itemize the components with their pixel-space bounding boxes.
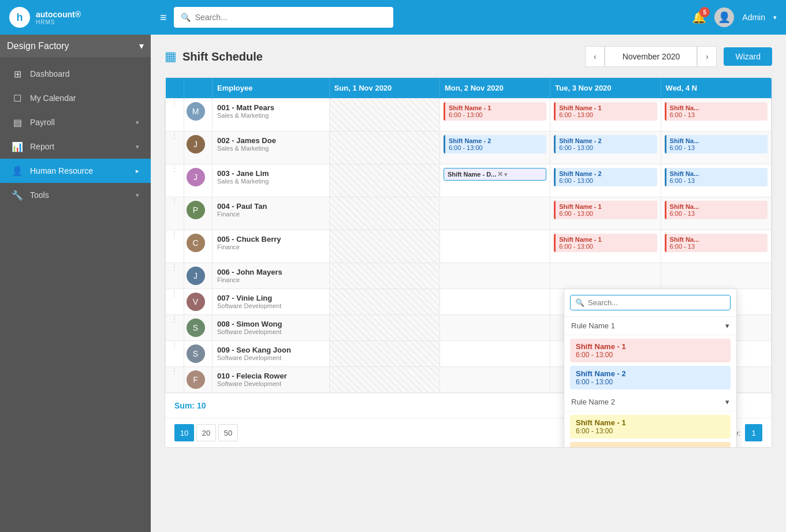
shift-cell-mon[interactable] <box>439 367 550 393</box>
shift-cell-sun[interactable] <box>329 341 439 367</box>
rule-1-header[interactable]: Rule Name 1 ▾ <box>564 317 736 335</box>
shift-block[interactable]: Shift Name - 16:00 - 13:00 <box>554 102 657 121</box>
shift-block[interactable]: Shift Na...6:00 - 13 <box>665 135 768 153</box>
employee-dept: Sales & Marketing <box>217 178 325 185</box>
shift-block[interactable]: Shift Name - 26:00 - 13:00 <box>444 135 546 153</box>
shift-cell-mon[interactable] <box>439 289 550 315</box>
sidebar-item-hr[interactable]: 👤 Human Resource ▸ <box>0 159 151 183</box>
shift-cell-sun[interactable] <box>329 315 439 341</box>
shift-option-rule1-shift1[interactable]: Shift Name - 1 6:00 - 13:00 <box>570 339 731 362</box>
drag-handle[interactable]: ⋮ <box>166 289 184 315</box>
shift-cell-mon[interactable] <box>439 230 550 263</box>
shift-block[interactable]: Shift Name - 26:00 - 13:00 <box>554 168 657 186</box>
drag-handle[interactable]: ⋮ <box>166 197 184 230</box>
shift-block[interactable]: Shift Na...6:00 - 13 <box>665 234 768 252</box>
shift-cell-tue[interactable]: Shift Name - 26:00 - 13:00 <box>550 164 661 197</box>
rule-2-header[interactable]: Rule Name 2 ▾ <box>564 393 736 411</box>
menu-hamburger-icon[interactable]: ≡ <box>160 11 167 24</box>
search-box[interactable]: 🔍 <box>174 7 393 28</box>
sidebar-item-calendar[interactable]: ☐ My Calendar <box>0 86 151 110</box>
shift-cell-mon[interactable] <box>439 341 550 367</box>
popup-search-box[interactable]: 🔍 <box>570 295 731 310</box>
page-number-button[interactable]: 1 <box>745 424 762 441</box>
shift-cell-sun[interactable] <box>329 230 439 263</box>
sidebar-item-label: Tools <box>30 190 129 200</box>
dashboard-icon: ⊞ <box>12 68 23 80</box>
logo-letter: h <box>17 12 23 24</box>
shift-dropdown-arrow[interactable]: ▾ <box>504 171 507 178</box>
shift-editing-name: Shift Name - D... <box>448 171 496 178</box>
drag-handle[interactable]: ⋮ <box>166 132 184 164</box>
drag-handle[interactable]: ⋮ <box>166 230 184 263</box>
shift-cell-sun[interactable] <box>329 164 439 197</box>
popup-search-input[interactable] <box>588 298 725 307</box>
shift-time: 6:00 - 13 <box>670 177 764 184</box>
wizard-button[interactable]: Wizard <box>724 47 772 66</box>
drag-handle[interactable]: ⋮ <box>166 164 184 197</box>
drag-handle[interactable]: ⋮ <box>166 367 184 393</box>
sidebar-item-dashboard[interactable]: ⊞ Dashboard <box>0 62 151 86</box>
drag-handle[interactable]: ⋮ <box>166 315 184 341</box>
shift-cell-tue[interactable]: Shift Name - 26:00 - 13:00 <box>550 132 661 164</box>
shift-cell-tue[interactable]: Shift Name - 16:00 - 13:00 <box>550 99 661 132</box>
shift-block[interactable]: Shift Name - 16:00 - 13:00 <box>554 234 657 252</box>
avatar: S <box>187 344 205 363</box>
shift-editing-block[interactable]: Shift Name - D... ✕ ▾ <box>444 168 546 181</box>
shift-cell-tue[interactable] <box>550 263 661 289</box>
shift-cell-sun[interactable] <box>329 99 439 132</box>
company-selector[interactable]: Design Factory ▾ <box>0 35 151 57</box>
shift-cell-sun[interactable] <box>329 132 439 164</box>
shift-block[interactable]: Shift Name - 16:00 - 13:00 <box>444 102 546 121</box>
next-month-button[interactable]: › <box>697 46 717 67</box>
shift-cell-mon[interactable] <box>439 197 550 230</box>
shift-cell-sun[interactable] <box>329 289 439 315</box>
shift-block[interactable]: Shift Na...6:00 - 13 <box>665 102 768 121</box>
popup-search-area: 🔍 <box>564 289 736 317</box>
drag-handle[interactable]: ⋮ <box>166 99 184 132</box>
page-size-20[interactable]: 20 <box>196 424 216 441</box>
sidebar-item-report[interactable]: 📊 Report ▾ <box>0 134 151 159</box>
shift-option-rule2-shift2[interactable]: Shift Name - 2 6:00 - 13:00 <box>570 442 731 448</box>
shift-cell-sun[interactable] <box>329 263 439 289</box>
shift-time: 6:00 - 13:00 <box>449 144 543 151</box>
shift-cell-mon[interactable]: Shift Name - 26:00 - 13:00 <box>439 132 550 164</box>
shift-block[interactable]: Shift Na...6:00 - 13 <box>665 168 768 186</box>
drag-handle[interactable]: ⋮ <box>166 263 184 289</box>
clear-shift-button[interactable]: ✕ <box>497 170 503 178</box>
shift-cell-mon[interactable]: Shift Name - D... ✕ ▾ <box>439 164 550 197</box>
shift-cell-mon[interactable]: Shift Name - 16:00 - 13:00 <box>439 99 550 132</box>
employee-name: 008 - Simon Wong <box>217 320 325 328</box>
shift-cell-sun[interactable] <box>329 367 439 393</box>
search-icon: 🔍 <box>181 13 191 22</box>
shift-cell-wed[interactable]: Shift Na...6:00 - 13 <box>661 99 771 132</box>
search-input[interactable] <box>195 13 386 22</box>
sidebar-item-payroll[interactable]: ▤ Payroll ▾ <box>0 110 151 134</box>
shift-block[interactable]: Shift Name - 16:00 - 13:00 <box>554 201 657 219</box>
shift-block[interactable]: Shift Na...6:00 - 13 <box>665 201 768 219</box>
shift-cell-wed[interactable]: Shift Na...6:00 - 13 <box>661 164 771 197</box>
employee-dept: Software Development <box>217 354 325 361</box>
shift-cell-mon[interactable] <box>439 315 550 341</box>
shift-cell-tue[interactable]: Shift Name - 16:00 - 13:00 <box>550 197 661 230</box>
col-employee-header: Employee <box>213 78 330 99</box>
shift-block[interactable]: Shift Name - 26:00 - 13:00 <box>554 135 657 153</box>
shift-cell-wed[interactable]: Shift Na...6:00 - 13 <box>661 197 771 230</box>
shift-time: 6:00 - 13:00 <box>559 144 653 151</box>
page-size-10[interactable]: 10 <box>174 424 194 441</box>
prev-month-button[interactable]: ‹ <box>585 46 605 67</box>
shift-cell-tue[interactable]: Shift Name - 16:00 - 13:00 <box>550 230 661 263</box>
shift-cell-wed[interactable]: Shift Na...6:00 - 13 <box>661 132 771 164</box>
admin-dropdown-icon[interactable]: ▾ <box>773 14 777 21</box>
shift-option-rule2-shift1[interactable]: Shift Name - 1 6:00 - 13:00 <box>570 415 731 439</box>
shift-option-rule1-shift2[interactable]: Shift Name - 2 6:00 - 13:00 <box>570 366 731 389</box>
shift-cell-wed[interactable]: Shift Na...6:00 - 13 <box>661 230 771 263</box>
sidebar-item-tools[interactable]: 🔧 Tools ▾ <box>0 183 151 207</box>
shift-cell-mon[interactable] <box>439 263 550 289</box>
sidebar-nav: ⊞ Dashboard ☐ My Calendar ▤ Payroll ▾ 📊 … <box>0 57 151 532</box>
admin-name[interactable]: Admin <box>742 13 765 22</box>
shift-cell-wed[interactable] <box>661 263 771 289</box>
drag-handle[interactable]: ⋮ <box>166 341 184 367</box>
notification-bell[interactable]: 🔔 5 <box>692 10 706 24</box>
shift-cell-sun[interactable] <box>329 197 439 230</box>
page-size-50[interactable]: 50 <box>218 424 238 441</box>
